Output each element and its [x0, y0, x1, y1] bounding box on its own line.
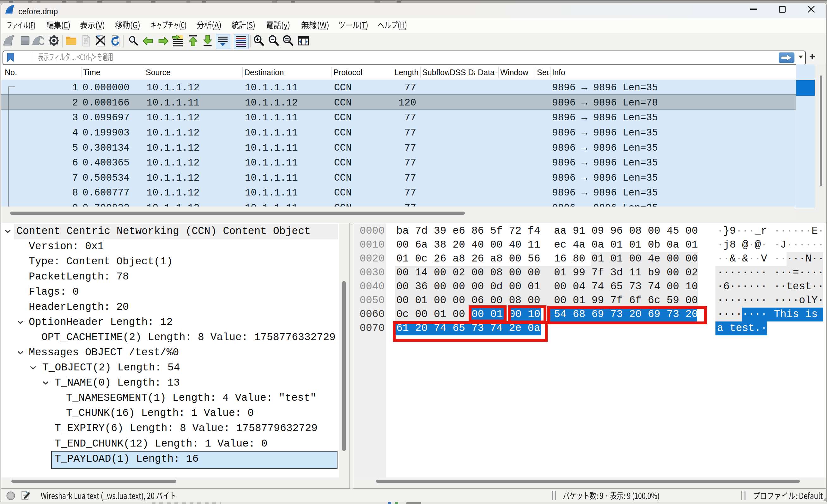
- svg-text:0111: 0111: [84, 43, 88, 45]
- svg-text:0101: 0101: [84, 38, 88, 40]
- svg-text:1010: 1010: [84, 41, 88, 43]
- svg-text:1010: 1010: [113, 41, 117, 43]
